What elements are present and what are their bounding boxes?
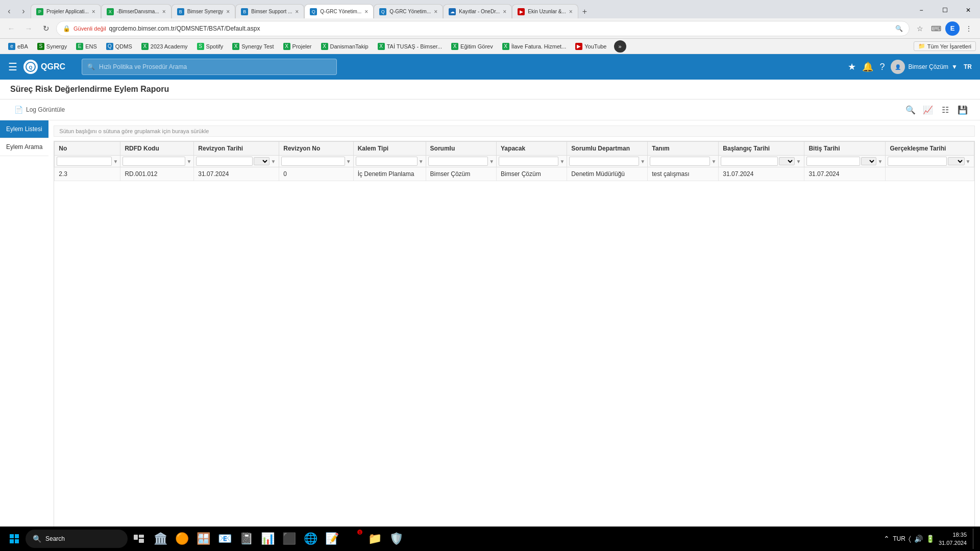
filter-no[interactable]	[57, 157, 112, 166]
filter-rdfd-kodu[interactable]	[122, 157, 185, 166]
bookmark-qdms[interactable]: Q QDMS	[102, 42, 136, 51]
filter-no-icon[interactable]: ▼	[113, 159, 118, 164]
bookmark-tai[interactable]: X TAİ TUSAŞ - Bimser...	[374, 42, 446, 51]
filter-revizyon-no[interactable]	[281, 157, 345, 166]
search-toolbar-icon[interactable]: 🔍	[903, 103, 918, 117]
filter-kalem-tipi-icon[interactable]: ▼	[419, 159, 424, 164]
filter-bitis-select[interactable]	[861, 157, 876, 165]
notification-icon[interactable]: 🔔	[862, 61, 873, 72]
taskbar-onenote-icon[interactable]: 📓	[236, 529, 256, 549]
help-icon[interactable]: ?	[879, 62, 885, 72]
taskbar-files-icon[interactable]: 📁	[364, 529, 385, 549]
system-tray-expand-icon[interactable]: ⌃	[884, 535, 890, 543]
export-toolbar-icon[interactable]: 💾	[955, 103, 970, 117]
bookmark-star-icon[interactable]: ☆	[913, 21, 927, 36]
taskbar-security-icon[interactable]: 🛡️	[386, 529, 406, 549]
maximize-button[interactable]: ☐	[933, 2, 957, 18]
filter-tanim[interactable]	[650, 157, 710, 166]
favorite-icon[interactable]: ★	[848, 61, 856, 72]
sidebar-item-eylem-arama[interactable]: Eylem Arama	[0, 138, 48, 156]
taskbar-word-icon[interactable]: 📝	[322, 529, 342, 549]
bookmark-all-sites[interactable]: 📁Tüm Yer İşaretleri	[914, 41, 976, 51]
bookmark-synergy[interactable]: S Synergy	[33, 42, 71, 51]
filter-yapacak-icon[interactable]: ▼	[559, 159, 565, 164]
filter-sorumlu-departman[interactable]	[569, 157, 639, 166]
filter-sorumlu-icon[interactable]: ▼	[489, 159, 494, 164]
filter-revizyon-tarihi-icon[interactable]: ▼	[271, 159, 276, 164]
minimize-button[interactable]: −	[910, 2, 933, 18]
forward-button[interactable]: →	[21, 21, 36, 36]
tab-nav-forward[interactable]: ›	[16, 4, 31, 18]
filter-rdfd-icon[interactable]: ▼	[186, 159, 191, 164]
start-button[interactable]	[4, 529, 24, 549]
taskbar-chrome-icon[interactable]: 🌐	[300, 529, 321, 549]
taskbar-dark-icon[interactable]: ⬛	[279, 529, 299, 549]
taskbar-windows-icon[interactable]: 🪟	[193, 529, 213, 549]
bookmarks-overflow[interactable]: »	[614, 40, 626, 53]
wifi-icon[interactable]: 〈	[909, 535, 911, 543]
filter-revizyon-no-icon[interactable]: ▼	[346, 159, 351, 164]
browser-menu-icon[interactable]: ⋮	[962, 21, 976, 36]
app-search-input[interactable]	[99, 63, 331, 70]
browser-tab-6[interactable]: Q Q-GRC Yönetim... ×	[374, 4, 443, 18]
browser-profile-button[interactable]: E	[945, 21, 960, 36]
browser-tab-7[interactable]: ☁ Kayıtlar - OneDr... ×	[443, 4, 512, 18]
bookmark-projeler[interactable]: X Projeler	[279, 42, 316, 51]
filter-yapacak[interactable]	[499, 157, 558, 166]
browser-tab-8[interactable]: ▶ Ekin Uzunlar &... ×	[512, 4, 578, 18]
filter-kalem-tipi[interactable]	[356, 157, 418, 166]
new-tab-button[interactable]: +	[578, 5, 591, 18]
chart-toolbar-icon[interactable]: 📈	[921, 103, 935, 117]
app-search-bar[interactable]: 🔍	[82, 59, 337, 75]
bookmark-2023academy[interactable]: X 2023 Academy	[137, 42, 192, 51]
browser-tab-5-active[interactable]: Q Q-GRC Yönetim... ×	[304, 4, 374, 18]
keyboard-language-indicator[interactable]: TUR	[893, 535, 905, 542]
grid-toolbar-icon[interactable]: ☷	[938, 103, 952, 117]
volume-icon[interactable]: 🔊	[914, 535, 923, 543]
bookmark-synergy-test[interactable]: X Synergy Test	[228, 42, 278, 51]
battery-icon[interactable]: 🔋	[926, 535, 935, 543]
sidebar-item-eylem-listesi[interactable]: Eylem Listesi	[0, 120, 48, 138]
taskbar-excel-icon[interactable]: 📊	[257, 529, 278, 549]
language-selector[interactable]: TR	[964, 63, 972, 70]
app-logo[interactable]: Q QGRC	[23, 60, 65, 74]
show-desktop-button[interactable]	[973, 529, 976, 549]
taskbar-firefox-icon[interactable]: 🏛️	[150, 529, 170, 549]
taskbar-orange-icon[interactable]: 🟠	[172, 529, 192, 549]
filter-tanim-icon[interactable]: ▼	[711, 159, 716, 164]
reload-button[interactable]: ↻	[39, 21, 53, 36]
bookmark-danisman[interactable]: X DanismanTakip	[317, 42, 373, 51]
bookmark-youtube[interactable]: ▶ YouTube	[571, 42, 610, 51]
filter-gerceklesme-select[interactable]	[948, 157, 965, 165]
filter-baslangic-icon[interactable]: ▼	[796, 159, 801, 164]
browser-tab-4[interactable]: B Bimser Support ... ×	[235, 4, 304, 18]
user-menu[interactable]: 👤 Bimser Çözüm ▼	[891, 60, 958, 74]
filter-gerceklesme[interactable]	[888, 157, 946, 166]
close-button[interactable]: ✕	[957, 2, 980, 18]
bookmark-eba[interactable]: e eBA	[4, 42, 32, 51]
taskbar-clock[interactable]: 18:35 31.07.2024	[939, 531, 967, 547]
browser-extensions-icon[interactable]: ⌨	[929, 21, 943, 36]
app-menu-icon[interactable]: ☰	[8, 61, 17, 73]
back-button[interactable]: ←	[4, 21, 18, 36]
filter-gerceklesme-icon[interactable]: ▼	[966, 159, 971, 164]
browser-tab-3[interactable]: B Bimser Synergy ×	[172, 4, 236, 18]
browser-tab-2[interactable]: X -BimserDanısma... ×	[101, 4, 172, 18]
filter-bitis-icon[interactable]: ▼	[877, 159, 883, 164]
bookmark-spotify[interactable]: S Spotify	[193, 42, 228, 51]
filter-revizyon-tarihi-select[interactable]	[254, 157, 270, 165]
filter-sorumlu[interactable]	[428, 157, 488, 166]
taskbar-outlook-icon[interactable]: 📧	[214, 529, 235, 549]
filter-baslangic-select[interactable]	[779, 157, 795, 165]
taskbar-search[interactable]: 🔍 Search	[26, 530, 128, 548]
tab-nav-back[interactable]: ‹	[2, 4, 16, 18]
taskview-icon[interactable]	[129, 529, 149, 549]
filter-sorumlu-departman-icon[interactable]: ▼	[640, 159, 645, 164]
taskbar-teams-icon[interactable]: T 1	[343, 529, 363, 549]
browser-tab-1[interactable]: P Projeler Applicati... ×	[31, 4, 101, 18]
filter-baslangic-tarihi[interactable]	[721, 157, 777, 166]
bookmark-ens[interactable]: E ENS	[72, 42, 101, 51]
filter-revizyon-tarihi[interactable]	[196, 157, 253, 166]
table-row[interactable]: 2.3 RD.001.012 31.07.2024 0 İç Denetim P…	[55, 167, 974, 181]
filter-bitis-tarihi[interactable]	[806, 157, 860, 166]
